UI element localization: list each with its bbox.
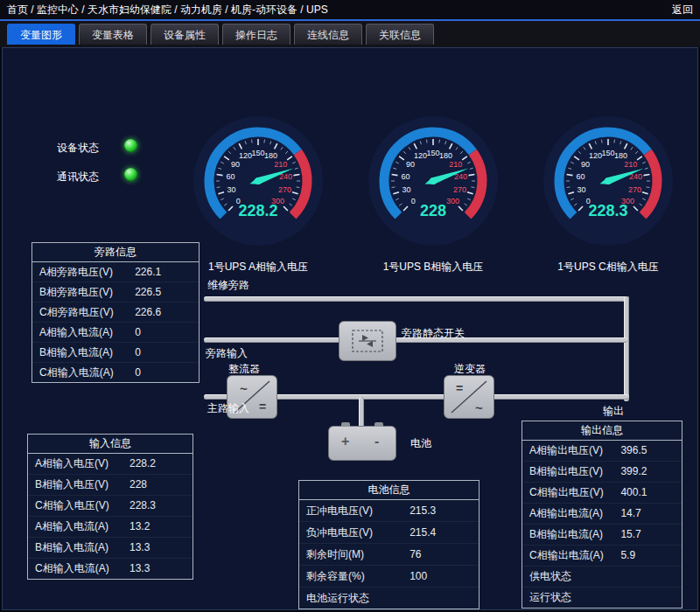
comm-status-led bbox=[124, 168, 137, 181]
row-value: 15.7 bbox=[620, 525, 682, 545]
svg-text:210: 210 bbox=[624, 160, 637, 169]
battery-terminal bbox=[341, 422, 350, 427]
static-switch-icon bbox=[340, 322, 396, 360]
panel-title: 输入信息 bbox=[28, 435, 192, 454]
battery-minus-sign: - bbox=[374, 434, 379, 449]
table-row: 剩余时间(M)76 bbox=[299, 544, 479, 566]
gauge-phase-b: 0306090120150180210240270300228 1号UPS B相… bbox=[363, 106, 503, 275]
table-row: A相输出电压(V)396.5 bbox=[522, 441, 682, 462]
inverter-icon: = ~ bbox=[444, 376, 494, 418]
row-label: B相输入电流(A) bbox=[39, 343, 135, 362]
row-value: 396.5 bbox=[620, 441, 682, 461]
pipe-bypass-left bbox=[204, 337, 342, 343]
row-label: A相输出电压(V) bbox=[529, 441, 620, 461]
rectifier-dc-symbol: = bbox=[259, 400, 266, 414]
table-row: B相输入电流(A)0 bbox=[32, 343, 199, 363]
gauge-label: 1号UPS B相输入电压 bbox=[363, 260, 503, 275]
row-label: 剩余时间(M) bbox=[306, 544, 410, 565]
table-row: A相输出电流(A)14.7 bbox=[522, 504, 682, 525]
tab-related-info[interactable]: 关联信息 bbox=[366, 24, 434, 45]
table-row: B相输入电流(A)13.3 bbox=[28, 538, 192, 559]
table-row: C相输入电流(A)0 bbox=[32, 363, 199, 382]
device-status-label: 设备状态 bbox=[57, 141, 99, 156]
row-value: 14.7 bbox=[620, 504, 682, 524]
row-label: A相输入电流(A) bbox=[39, 323, 135, 342]
row-value: 228 bbox=[130, 475, 192, 495]
row-value: 226.6 bbox=[135, 303, 199, 322]
panel-rows: 正冲电电压(V)215.3负冲电电压(V)215.4剩余时间(M)76剩余容量(… bbox=[299, 500, 479, 609]
tab-device-properties[interactable]: 设备属性 bbox=[150, 24, 219, 45]
svg-text:270: 270 bbox=[453, 185, 466, 194]
row-label: A相输入电流(A) bbox=[35, 517, 130, 537]
svg-text:30: 30 bbox=[228, 185, 236, 194]
row-label: C相输入电流(A) bbox=[35, 559, 130, 579]
pipe-inverter-output bbox=[491, 394, 629, 400]
table-row: A相旁路电压(V)226.1 bbox=[32, 262, 199, 282]
breadcrumb[interactable]: 首页 / 监控中心 / 天水市妇幼保健院 / 动力机房 / 机房-动环设备 / … bbox=[7, 0, 328, 19]
row-label: B相输出电流(A) bbox=[529, 525, 620, 545]
row-value: 400.1 bbox=[620, 483, 682, 503]
row-value: 399.2 bbox=[620, 462, 682, 482]
svg-text:30: 30 bbox=[578, 185, 586, 194]
panel-title: 输出信息 bbox=[522, 421, 682, 441]
label-main-input: 主路输入 bbox=[207, 401, 249, 416]
svg-text:210: 210 bbox=[449, 160, 462, 169]
tab-variable-table[interactable]: 变量表格 bbox=[79, 24, 147, 45]
row-label: 负冲电电压(V) bbox=[306, 522, 410, 543]
main-canvas: 设备状态 通讯状态 030609012015018021024027030022… bbox=[2, 47, 698, 610]
svg-text:120: 120 bbox=[239, 151, 252, 160]
svg-text:228.2: 228.2 bbox=[238, 202, 277, 219]
svg-text:210: 210 bbox=[274, 160, 287, 169]
row-label: 剩余容量(%) bbox=[306, 566, 410, 587]
row-label: 正冲电电压(V) bbox=[306, 500, 410, 521]
back-button[interactable]: 返回 bbox=[672, 0, 693, 19]
tab-operation-log[interactable]: 操作日志 bbox=[222, 24, 290, 45]
row-value: 0 bbox=[135, 343, 199, 362]
row-value: 226.1 bbox=[135, 262, 199, 282]
table-row: 运行状态 bbox=[522, 588, 682, 608]
svg-text:180: 180 bbox=[614, 151, 627, 160]
panel-title: 电池信息 bbox=[299, 481, 479, 500]
panel-rows: A相旁路电压(V)226.1B相旁路电压(V)226.5C相旁路电压(V)226… bbox=[32, 262, 199, 382]
row-label: 供电状态 bbox=[529, 567, 620, 587]
output-info-panel: 输出信息 A相输出电压(V)396.5B相输出电压(V)399.2C相输出电压(… bbox=[522, 421, 682, 609]
row-value bbox=[620, 567, 682, 587]
table-row: C相输出电压(V)400.1 bbox=[522, 483, 682, 504]
panel-rows: A相输出电压(V)396.5B相输出电压(V)399.2C相输出电压(V)400… bbox=[522, 441, 682, 608]
row-value: 215.3 bbox=[410, 500, 479, 521]
gauge-label: 1号UPS C相输入电压 bbox=[538, 260, 678, 275]
tab-variable-graphics[interactable]: 变量图形 bbox=[7, 24, 75, 45]
table-row: A相输入电压(V)228.2 bbox=[28, 454, 192, 475]
row-label: C相输入电流(A) bbox=[39, 363, 135, 382]
row-value bbox=[620, 588, 682, 608]
ups-monitor-page: 首页 / 监控中心 / 天水市妇幼保健院 / 动力机房 / 机房-动环设备 / … bbox=[0, 0, 700, 612]
gauge-dial: 0306090120150180210240270300228.3 bbox=[538, 106, 678, 256]
gauge-phase-c: 0306090120150180210240270300228.3 1号UPS … bbox=[538, 106, 678, 275]
input-info-panel: 输入信息 A相输入电压(V)228.2B相输入电压(V)228C相输入电压(V)… bbox=[27, 434, 193, 580]
row-label: 运行状态 bbox=[529, 588, 620, 608]
label-rectifier: 整流器 bbox=[228, 362, 260, 377]
pipe-maintenance-bypass bbox=[204, 296, 629, 302]
svg-text:90: 90 bbox=[406, 160, 415, 169]
label-inverter: 逆变器 bbox=[454, 362, 486, 377]
svg-text:90: 90 bbox=[231, 160, 240, 169]
table-row: 供电状态 bbox=[522, 567, 682, 588]
battery-plus-sign: + bbox=[341, 434, 349, 449]
svg-text:60: 60 bbox=[401, 172, 410, 181]
row-label: C相输入电压(V) bbox=[35, 496, 130, 516]
row-label: A相输出电流(A) bbox=[529, 504, 620, 524]
panel-rows: A相输入电压(V)228.2B相输入电压(V)228C相输入电压(V)228.3… bbox=[28, 454, 192, 579]
table-row: 剩余容量(%)100 bbox=[299, 566, 479, 588]
tab-connection-info[interactable]: 连线信息 bbox=[294, 24, 362, 45]
gauge-dial: 0306090120150180210240270300228 bbox=[363, 106, 503, 256]
svg-text:180: 180 bbox=[264, 151, 277, 160]
comm-status-label: 通讯状态 bbox=[57, 170, 99, 184]
row-label: 电池运行状态 bbox=[306, 588, 410, 609]
row-value: 100 bbox=[410, 566, 479, 587]
svg-text:60: 60 bbox=[226, 172, 234, 181]
svg-text:150: 150 bbox=[601, 149, 614, 157]
svg-text:120: 120 bbox=[589, 151, 602, 160]
gauge-phase-a: 0306090120150180210240270300228.2 1号UPS … bbox=[188, 106, 328, 275]
svg-text:228.3: 228.3 bbox=[588, 202, 627, 219]
table-row: 正冲电电压(V)215.3 bbox=[299, 500, 479, 522]
